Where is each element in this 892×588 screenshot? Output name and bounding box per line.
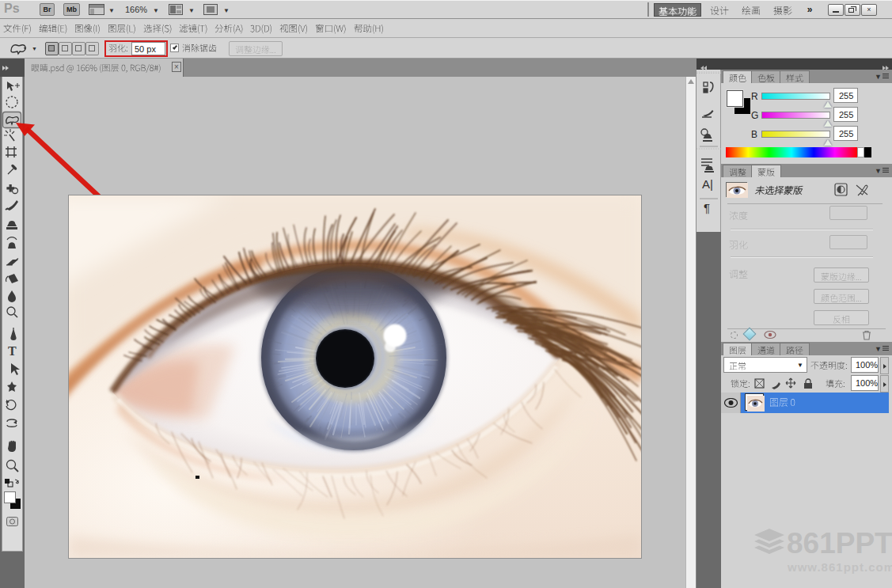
svg-text:T: T xyxy=(8,344,17,358)
svg-text:¶: ¶ xyxy=(704,201,710,214)
svg-text:A|: A| xyxy=(702,177,713,191)
